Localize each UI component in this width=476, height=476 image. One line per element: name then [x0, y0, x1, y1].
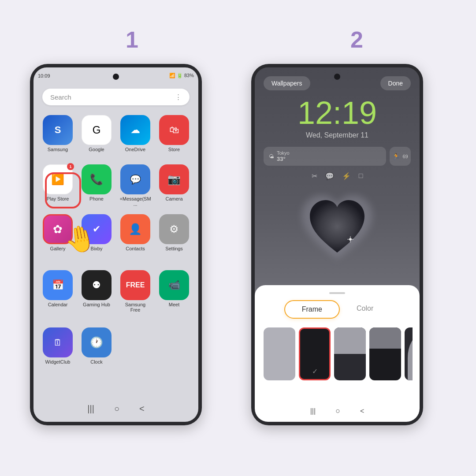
lockscreen-widgets: 🌤 Tokyo 33° 🏃 69 — [264, 147, 411, 166]
frame-options — [262, 325, 413, 383]
status-icons: 📶 🔋 83% — [169, 73, 194, 78]
app-grid-row4: 📅 Calendar ⚉ Gaming Hub FREE Samsung Fre… — [41, 270, 191, 312]
meet-icon-app: 📹 — [159, 270, 189, 300]
app-phone[interactable]: 📞 Phone — [79, 164, 114, 207]
app-google[interactable]: G Google — [79, 115, 114, 152]
frame-option-4[interactable] — [369, 327, 401, 380]
panel-handle — [329, 292, 345, 294]
frame-option-5[interactable] — [405, 327, 413, 380]
notif-icon1: ✂ — [312, 172, 317, 180]
message-label: +Message(SM... — [119, 196, 151, 207]
onedrive-icon: ☁ — [120, 115, 150, 145]
notif-icon2: 💬 — [325, 172, 334, 180]
weather-widget[interactable]: 🌤 Tokyo 33° — [264, 147, 386, 166]
phone1: 10:09 📶 🔋 83% Search ⋮ S Samsung G Googl… — [30, 64, 202, 425]
search-bar[interactable]: Search ⋮ — [42, 89, 190, 105]
app-onedrive[interactable]: ☁ OneDrive — [118, 115, 152, 152]
color-tab[interactable]: Color — [340, 300, 390, 319]
google-icon: G — [82, 115, 112, 145]
nav2-home[interactable]: ○ — [335, 406, 340, 416]
heart-wallpaper — [293, 184, 381, 272]
store-icon: 🛍 — [159, 115, 189, 145]
contacts-label: Contacts — [126, 246, 145, 251]
widgetclub-icon-app: 🗓 — [43, 327, 73, 357]
app-grid-row1: S Samsung G Google ☁ OneDrive 🛍 Store — [41, 115, 191, 152]
nav-menu[interactable]: ||| — [87, 404, 94, 414]
nav-back[interactable]: < — [139, 404, 145, 414]
app-contacts[interactable]: 👤 Contacts — [118, 214, 152, 251]
nav-home[interactable]: ○ — [114, 404, 119, 414]
samsungfree-icon-app: FREE — [120, 270, 150, 300]
gaminghub-icon-app: ⚉ — [82, 270, 112, 300]
phone2-screen: Wallpapers Done 12:19 Wed, September 11 … — [255, 67, 420, 422]
calendar-label: Calendar — [48, 302, 68, 307]
phone-label: Phone — [89, 196, 104, 201]
app-camera[interactable]: 📷 Camera — [157, 164, 191, 207]
notif-icon4: □ — [359, 172, 363, 180]
nav2-menu[interactable]: ||| — [310, 407, 316, 415]
app-clock[interactable]: 🕐 Clock — [79, 327, 114, 364]
calendar-icon-app: 📅 — [43, 270, 73, 300]
app-samsung[interactable]: S Samsung — [41, 115, 75, 152]
camera-notch — [113, 74, 119, 80]
lockscreen-date: Wed, September 11 — [255, 131, 420, 139]
phone2: Wallpapers Done 12:19 Wed, September 11 … — [251, 64, 423, 425]
step1-label: 1 — [126, 26, 138, 53]
samsung-label: Samsung — [48, 147, 68, 152]
playstore-badge: 1 — [67, 163, 74, 170]
meet-label: Meet — [169, 302, 179, 307]
hand-cursor: 🤚 — [62, 221, 99, 256]
steps-widget[interactable]: 🏃 69 — [390, 147, 411, 166]
onedrive-label: OneDrive — [125, 147, 145, 152]
camera-icon-app: 📷 — [159, 164, 189, 194]
contacts-icon-app: 👤 — [120, 214, 150, 244]
widgetclub-label: WidgetClub — [45, 359, 71, 364]
app-gaminghub[interactable]: ⚉ Gaming Hub — [79, 270, 114, 312]
frame-option-3[interactable] — [334, 327, 366, 380]
weather-icon: 🌤 — [269, 153, 274, 160]
status-time: 10:09 — [38, 73, 50, 78]
gaminghub-label: Gaming Hub — [83, 302, 110, 307]
message-icon: 💬 — [120, 164, 150, 194]
search-placeholder: Search — [50, 93, 71, 101]
app-meet[interactable]: 📹 Meet — [157, 270, 191, 312]
clock-label: Clock — [90, 359, 103, 364]
frame-option-2[interactable] — [299, 327, 331, 380]
lockscreen-time: 12:19 — [255, 95, 420, 131]
more-icon[interactable]: ⋮ — [175, 93, 182, 101]
weather-city: Tokyo — [277, 150, 290, 156]
panel-tabs: Frame Color — [262, 300, 413, 319]
frame-tab[interactable]: Frame — [284, 300, 340, 319]
nav2-back[interactable]: < — [360, 407, 364, 415]
camera-label: Camera — [165, 196, 182, 201]
phone1-screen: 10:09 📶 🔋 83% Search ⋮ S Samsung G Googl… — [33, 67, 198, 422]
phone2-bottom-nav: ||| ○ < — [255, 406, 420, 416]
frame-option-1[interactable] — [264, 327, 295, 380]
clock-icon-app: 🕐 — [82, 327, 112, 357]
app-widgetclub[interactable]: 🗓 WidgetClub — [41, 327, 75, 364]
notification-icons: ✂ 💬 ⚡ □ — [255, 172, 420, 180]
app-grid-row5: 🗓 WidgetClub 🕐 Clock — [41, 327, 191, 364]
phone-icon-app: 📞 — [82, 164, 112, 194]
gallery-label: Gallery — [50, 246, 66, 251]
settings-label: Settings — [165, 246, 183, 251]
app-store[interactable]: 🛍 Store — [157, 115, 191, 152]
weather-temp: 33° — [277, 156, 290, 162]
settings-icon-app: ⚙ — [159, 214, 189, 244]
step2-label: 2 — [350, 26, 363, 53]
phone2-camera-notch — [334, 74, 340, 80]
app-samsungfree[interactable]: FREE Samsung Free — [118, 270, 152, 312]
store-label: Store — [168, 147, 180, 152]
app-settings[interactable]: ⚙ Settings — [157, 214, 191, 251]
notif-icon3: ⚡ — [342, 172, 351, 180]
bottom-panel: Frame Color ||| ○ < — [255, 285, 420, 422]
app-message[interactable]: 💬 +Message(SM... — [118, 164, 152, 207]
samsungfree-label: Samsung Free — [119, 302, 151, 312]
done-button[interactable]: Done — [380, 76, 411, 90]
wallpapers-button[interactable]: Wallpapers — [264, 76, 310, 90]
phone1-bottom-nav: ||| ○ < — [33, 404, 198, 414]
steps-count: 69 — [402, 154, 408, 159]
app-calendar[interactable]: 📅 Calendar — [41, 270, 75, 312]
gallery-highlight — [45, 172, 81, 208]
steps-icon: 🏃 — [392, 153, 400, 160]
